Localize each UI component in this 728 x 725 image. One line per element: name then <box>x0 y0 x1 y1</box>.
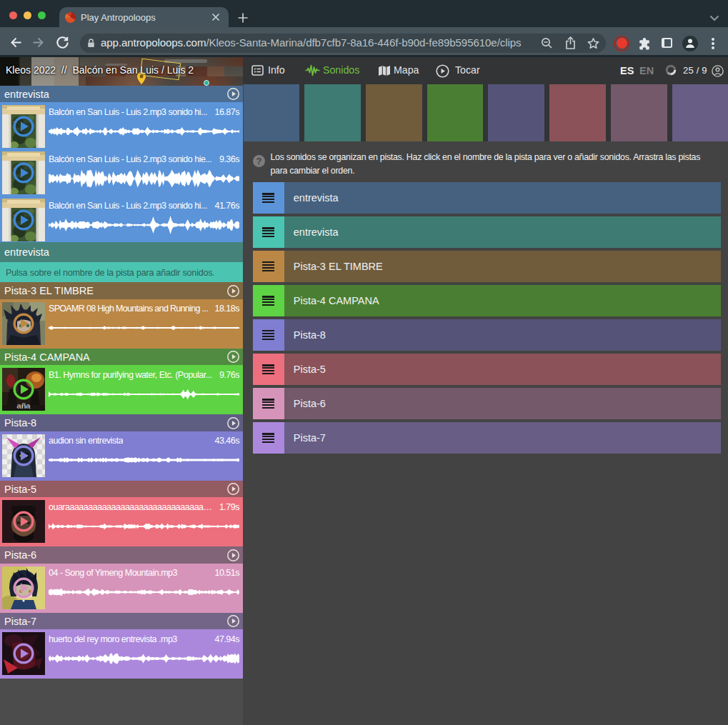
svg-text:aña: aña <box>17 401 31 410</box>
